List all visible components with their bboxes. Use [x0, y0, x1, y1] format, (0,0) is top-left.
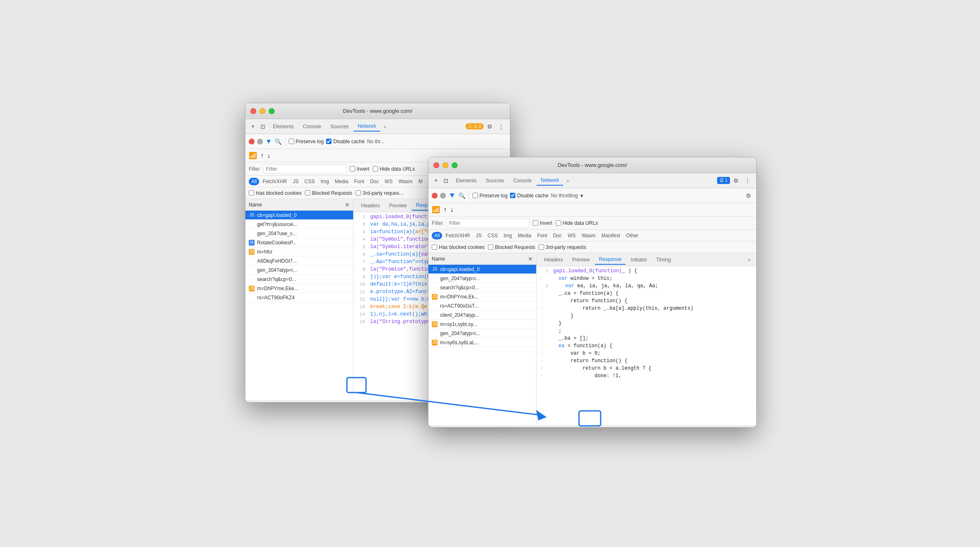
record-button-1[interactable] — [249, 139, 255, 144]
list-item[interactable]: rs=ACT90oFKZ4 — [245, 293, 353, 302]
type-font-1[interactable]: Font — [351, 178, 366, 185]
list-item[interactable]: get?rt=j&sourcei... — [245, 220, 353, 229]
third-party-2[interactable]: 3rd-party requests — [539, 244, 586, 250]
blocked-requests-2[interactable]: Blocked Requests — [488, 244, 535, 250]
list-item[interactable]: JS m=sy1r,sybt,sy... — [428, 320, 536, 329]
disable-cache-check-2[interactable]: Disable cache — [510, 193, 548, 199]
list-item[interactable]: gen_204?atyp=i... — [245, 266, 353, 275]
close-panel-btn-1[interactable]: ✕ — [345, 201, 350, 208]
tab-preview-2[interactable]: Preview — [568, 255, 594, 264]
type-fetch-1[interactable]: Fetch/XHR — [260, 178, 290, 185]
blocked-requests-1[interactable]: Blocked Requests — [305, 190, 352, 196]
settings-icon-2[interactable]: ⚙ — [731, 176, 741, 186]
list-item[interactable]: gen_204?atyp=i... — [428, 329, 536, 338]
list-item[interactable]: JS m=hfcr — [245, 247, 353, 256]
filter-icon-2[interactable]: ▼ — [448, 191, 456, 200]
hide-data-urls-check-2[interactable]: Hide data URLs — [556, 220, 598, 226]
tab-timing-2[interactable]: Timing — [652, 255, 675, 264]
type-font-2[interactable]: Font — [535, 232, 549, 239]
list-item[interactable]: rs=ACT90oGsT... — [428, 301, 536, 311]
type-other-2[interactable]: Other — [624, 232, 641, 239]
upload-icon-2[interactable]: ↑ — [443, 206, 447, 214]
list-item[interactable]: client_204?atyp... — [428, 311, 536, 320]
tab-preview-1[interactable]: Preview — [385, 201, 411, 210]
third-party-1[interactable]: 3rd-party reques... — [356, 190, 403, 196]
tab-headers-1[interactable]: Headers — [357, 201, 384, 210]
stop-button-1[interactable] — [257, 139, 263, 144]
type-js-1[interactable]: JS — [290, 178, 301, 185]
type-img-2[interactable]: Img — [501, 232, 515, 239]
tab-console-2[interactable]: Console — [509, 176, 536, 185]
type-js-2[interactable]: JS — [473, 232, 484, 239]
more-options-icon-2[interactable]: ⋮ — [742, 176, 753, 186]
network-settings-icon[interactable]: ⚙ — [744, 191, 753, 200]
filter-icon-1[interactable]: ▼ — [265, 138, 272, 145]
preserve-log-check-2[interactable]: Preserve log — [473, 193, 507, 199]
tab-elements-2[interactable]: Elements — [452, 176, 481, 185]
request-item-selected-1[interactable]: JS cb=gapi.loaded_0 — [245, 211, 353, 220]
maximize-button-1[interactable] — [269, 108, 275, 114]
chat-badge-2[interactable]: ☰ 1 — [717, 177, 730, 184]
detail-tabs-more-2[interactable]: » — [745, 256, 753, 264]
tab-headers-2[interactable]: Headers — [540, 255, 567, 264]
has-blocked-cookies-1[interactable]: Has blocked cookies — [249, 190, 302, 196]
type-wasm-1[interactable]: Wasm — [396, 178, 415, 185]
tab-sources-2[interactable]: Sources — [482, 176, 508, 185]
tab-sources-1[interactable]: Sources — [326, 122, 353, 131]
close-button-1[interactable] — [250, 108, 256, 114]
list-item[interactable]: JS m=DhPYme,Ek... — [428, 292, 536, 301]
layers-icon[interactable]: ⊡ — [258, 122, 268, 132]
minimize-button-2[interactable] — [443, 162, 448, 168]
type-fetch-2[interactable]: Fetch/XHR — [443, 232, 473, 239]
type-media-1[interactable]: Media — [332, 178, 351, 185]
upload-icon-1[interactable]: ↑ — [260, 152, 264, 159]
type-all-1[interactable]: All — [249, 178, 259, 185]
type-css-1[interactable]: CSS — [302, 178, 317, 185]
throttle-dropdown-icon[interactable]: ▾ — [580, 192, 583, 199]
layers-icon-2[interactable]: ⊡ — [441, 176, 451, 186]
tab-console-1[interactable]: Console — [299, 122, 325, 131]
filter-input-2[interactable] — [446, 219, 530, 228]
list-item[interactable]: search?q&cp=0... — [245, 275, 353, 284]
tab-elements-1[interactable]: Elements — [269, 122, 298, 131]
tab-response-2[interactable]: Response — [595, 255, 626, 265]
wifi-icon-1[interactable]: 📶 — [249, 152, 257, 159]
search-icon-1[interactable]: 🔍 — [275, 138, 282, 145]
type-ws-2[interactable]: WS — [565, 232, 578, 239]
list-item[interactable]: gen_204?use_c... — [245, 229, 353, 238]
type-all-2[interactable]: All — [432, 232, 442, 239]
list-item[interactable]: gen_204?atyp=i... — [428, 274, 536, 283]
type-doc-2[interactable]: Doc — [550, 232, 564, 239]
more-options-icon-1[interactable]: ⋮ — [496, 122, 507, 132]
type-img-1[interactable]: Img — [318, 178, 332, 185]
cursor-icon[interactable]: ⌖ — [249, 121, 257, 132]
request-item-selected-2[interactable]: JS cb=gapi.loaded_0 — [428, 265, 536, 274]
preserve-log-check-1[interactable]: Preserve log — [289, 139, 324, 144]
maximize-button-2[interactable] — [452, 162, 458, 168]
download-icon-2[interactable]: ↓ — [450, 206, 453, 214]
tabs-more-1[interactable]: » — [381, 122, 389, 131]
type-wasm-2[interactable]: Wasm — [579, 232, 598, 239]
type-ws-1[interactable]: WS — [382, 178, 395, 185]
filter-input-1[interactable] — [263, 164, 346, 174]
close-panel-btn-2[interactable]: ✕ — [528, 256, 533, 262]
list-item[interactable]: JS m=sy6s,sy6t,aL... — [428, 338, 536, 347]
list-item[interactable]: A6DkqFxHDGl7... — [245, 256, 353, 266]
record-button-2[interactable] — [432, 193, 438, 199]
pretty-print-btn-2[interactable]: { } — [738, 428, 751, 428]
disable-cache-check-1[interactable]: Disable cache — [326, 139, 364, 144]
tab-network-1[interactable]: Network — [354, 122, 380, 132]
invert-check-2[interactable]: Invert — [533, 220, 552, 226]
close-button-2[interactable] — [433, 162, 439, 168]
settings-icon-1[interactable]: ⚙ — [485, 122, 495, 132]
has-blocked-cookies-2[interactable]: Has blocked cookies — [432, 244, 485, 250]
wifi-icon-2[interactable]: 📶 — [432, 206, 440, 214]
stop-button-2[interactable] — [440, 193, 446, 199]
type-css-2[interactable]: CSS — [485, 232, 500, 239]
list-item[interactable]: JS m=DhPYme,Eke... — [245, 284, 353, 293]
list-item[interactable]: H RotateCookiesP... — [245, 238, 353, 247]
invert-check-1[interactable]: Invert — [350, 166, 369, 172]
tabs-more-2[interactable]: » — [564, 177, 572, 185]
list-item[interactable]: search?q&cp=0... — [428, 283, 536, 292]
minimize-button-1[interactable] — [260, 108, 265, 114]
